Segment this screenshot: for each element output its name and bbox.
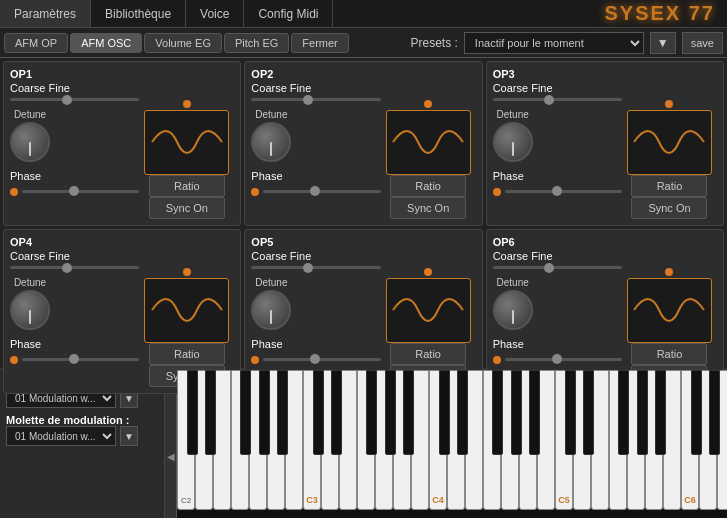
preset-dropdown-button[interactable]: ▼ [650, 32, 676, 54]
piano-black-key[interactable] [565, 370, 576, 455]
piano-black-key[interactable] [457, 370, 468, 455]
waveform-1 [386, 110, 471, 175]
phase-slider-5[interactable] [493, 354, 622, 364]
waveform-2 [627, 110, 712, 175]
op-title-1: OP2 [251, 68, 475, 80]
ratio-button-4[interactable]: Ratio [390, 343, 466, 365]
piano-black-key[interactable] [618, 370, 629, 455]
knob-label-2: Detune [497, 109, 529, 120]
piano-black-key[interactable] [511, 370, 522, 455]
piano-black-key[interactable] [187, 370, 198, 455]
piano-black-key[interactable] [637, 370, 648, 455]
ratio-button-5[interactable]: Ratio [631, 343, 707, 365]
piano-black-key[interactable] [385, 370, 396, 455]
detune-knob-1[interactable] [251, 122, 291, 162]
menu-voice[interactable]: Voice [186, 0, 244, 27]
coarse-slider-4[interactable] [251, 266, 380, 269]
piano-black-key[interactable] [277, 370, 288, 455]
tab-volume-eg[interactable]: Volume EG [144, 33, 222, 53]
ratio-button-2[interactable]: Ratio [631, 175, 707, 197]
preset-area: Presets : Inactif pour le moment ▼ save [411, 32, 724, 54]
knob-label-5: Detune [497, 277, 529, 288]
piano-black-key[interactable] [583, 370, 594, 455]
tab-fermer[interactable]: Fermer [291, 33, 348, 53]
modulation-label: Molette de modulation : [6, 414, 158, 426]
coarse-slider-3[interactable] [10, 266, 139, 269]
detune-knob-4[interactable] [251, 290, 291, 330]
knob-container-5: Detune [493, 277, 533, 330]
save-button[interactable]: save [682, 32, 723, 54]
knob-container-1: Detune [251, 109, 291, 162]
phase-label-1: Phase [251, 170, 282, 182]
piano-black-key[interactable] [709, 370, 720, 455]
piano-black-key[interactable] [655, 370, 666, 455]
op-coarse-fine-1: Coarse Fine [251, 82, 475, 94]
piano-black-key[interactable] [205, 370, 216, 455]
menu-parametres[interactable]: Paramètres [0, 0, 91, 27]
knob-container-3: Detune [10, 277, 50, 330]
app-logo: SYSEX 77 [604, 2, 727, 25]
coarse-slider-0[interactable] [10, 98, 139, 101]
phase-label-2: Phase [493, 170, 524, 182]
op-coarse-fine-0: Coarse Fine [10, 82, 234, 94]
knob-label-4: Detune [255, 277, 287, 288]
ratio-button-1[interactable]: Ratio [390, 175, 466, 197]
piano-black-key[interactable] [366, 370, 377, 455]
phase-label-3: Phase [10, 338, 41, 350]
tab-afm-osc[interactable]: AFM OSC [70, 33, 142, 53]
phase-slider-2[interactable] [493, 186, 622, 196]
detune-knob-5[interactable] [493, 290, 533, 330]
waveform-4 [386, 278, 471, 343]
tab-pitch-eg[interactable]: Pitch EG [224, 33, 289, 53]
phase-slider-4[interactable] [251, 354, 380, 364]
sync-button-0[interactable]: Sync On [149, 197, 225, 219]
sync-button-1[interactable]: Sync On [390, 197, 466, 219]
phase-slider-1[interactable] [251, 186, 380, 196]
phase-label-0: Phase [10, 170, 41, 182]
op-grid: OP1 Coarse Fine Detune Phase [0, 58, 727, 368]
waveform-5 [627, 278, 712, 343]
preset-select[interactable]: Inactif pour le moment [464, 32, 644, 54]
menu-config-midi[interactable]: Config Midi [244, 0, 333, 27]
knob-label-1: Detune [255, 109, 287, 120]
detune-knob-0[interactable] [10, 122, 50, 162]
menu-bibliotheque[interactable]: Bibliothèque [91, 0, 186, 27]
modulation-select[interactable]: 01 Modulation w... [6, 426, 116, 446]
ratio-button-3[interactable]: Ratio [149, 343, 225, 365]
piano-black-key[interactable] [403, 370, 414, 455]
preset-label: Presets : [411, 36, 458, 50]
menu-bar: Paramètres Bibliothèque Voice Config Mid… [0, 0, 727, 28]
ratio-button-0[interactable]: Ratio [149, 175, 225, 197]
phase-label-4: Phase [251, 338, 282, 350]
knob-container-2: Detune [493, 109, 533, 162]
piano-black-key[interactable] [529, 370, 540, 455]
piano-black-key[interactable] [240, 370, 251, 455]
piano-black-key[interactable] [439, 370, 450, 455]
op-coarse-fine-4: Coarse Fine [251, 250, 475, 262]
phase-label-5: Phase [493, 338, 524, 350]
piano-black-key[interactable] [331, 370, 342, 455]
piano-area: C2C3C4C5C6 [177, 370, 727, 518]
tab-bar: AFM OP AFM OSC Volume EG Pitch EG Fermer… [0, 28, 727, 58]
knob-label-0: Detune [14, 109, 46, 120]
coarse-slider-5[interactable] [493, 266, 622, 269]
phase-slider-0[interactable] [10, 186, 139, 196]
op-title-3: OP4 [10, 236, 234, 248]
piano-black-key[interactable] [313, 370, 324, 455]
coarse-slider-2[interactable] [493, 98, 622, 101]
tab-afm-op[interactable]: AFM OP [4, 33, 68, 53]
op-title-5: OP6 [493, 236, 717, 248]
op-title-0: OP1 [10, 68, 234, 80]
piano-black-key[interactable] [691, 370, 702, 455]
detune-knob-3[interactable] [10, 290, 50, 330]
op-panel-op2: OP2 Coarse Fine Detune Phase [244, 61, 482, 226]
knob-container-0: Detune [10, 109, 50, 162]
modulation-dropdown-arrow[interactable]: ▼ [120, 426, 138, 446]
piano-black-key[interactable] [492, 370, 503, 455]
coarse-slider-1[interactable] [251, 98, 380, 101]
phase-slider-3[interactable] [10, 354, 139, 364]
sync-button-2[interactable]: Sync On [631, 197, 707, 219]
piano-black-key[interactable] [259, 370, 270, 455]
op-coarse-fine-2: Coarse Fine [493, 82, 717, 94]
detune-knob-2[interactable] [493, 122, 533, 162]
